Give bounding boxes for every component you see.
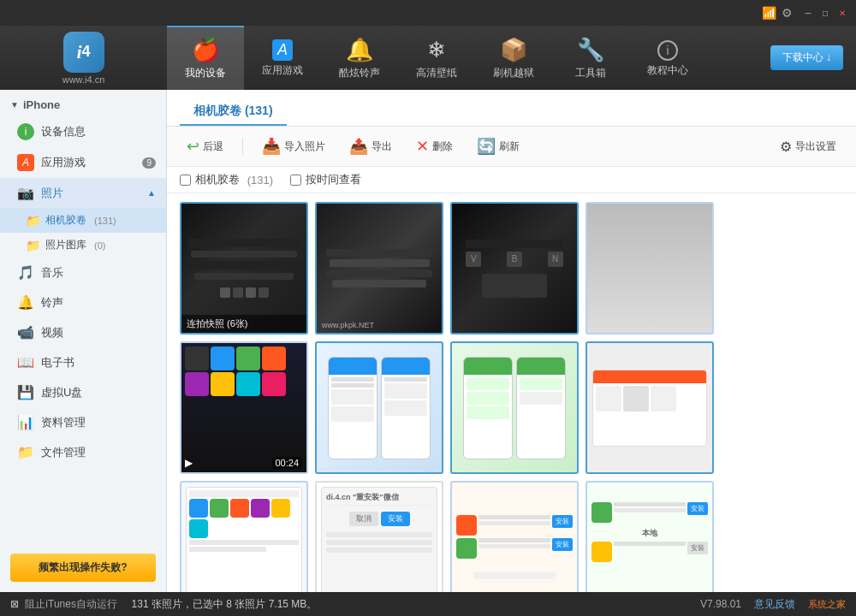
- nav-tab-jailbreak[interactable]: 📦 刷机越狱: [475, 26, 552, 90]
- toolbox-tab-label: 工具箱: [575, 66, 606, 80]
- photo-grid: 连拍快照 (6张) www.pkpk.NET V B: [167, 193, 856, 592]
- import-button[interactable]: 📥 导入照片: [255, 133, 332, 159]
- export-settings-button[interactable]: ⚙ 导出设置: [773, 135, 843, 158]
- camera-roll-label: 相机胶卷: [45, 213, 86, 228]
- sidebar-item-photos[interactable]: 📷 照片 ▲: [0, 178, 166, 208]
- jailbreak-tab-icon: 📦: [500, 37, 527, 63]
- gear-icon[interactable]: ⚙: [782, 6, 793, 20]
- sidebar-item-ringtones[interactable]: 🔔 铃声: [0, 287, 166, 317]
- file-mgr-sidebar-label: 文件管理: [41, 445, 86, 460]
- camera-roll-filter[interactable]: 相机胶卷 (131): [180, 172, 273, 187]
- nav-tab-toolbox[interactable]: 🔧 工具箱: [552, 26, 629, 90]
- freq-fail-button[interactable]: 频繁出现操作失败?: [10, 554, 156, 582]
- nav-tab-apps[interactable]: A 应用游戏: [244, 26, 321, 90]
- ebook-sidebar-icon: 📖: [17, 354, 34, 370]
- photo-thumbnail: [587, 343, 712, 472]
- nav-tab-tutorial[interactable]: i 教程中心: [629, 26, 706, 90]
- sidebar-item-data-mgr[interactable]: 📊 资料管理: [0, 407, 166, 437]
- wifi-icon: 📶: [762, 6, 776, 20]
- apps-tab-icon: A: [272, 39, 293, 61]
- download-button[interactable]: 下载中心 ↓: [770, 45, 843, 70]
- content-header: 相机胶卷 (131): [167, 90, 856, 127]
- sidebar-item-file-mgr[interactable]: 📁 文件管理: [0, 437, 166, 467]
- photo-item[interactable]: [586, 202, 714, 335]
- import-icon: 📥: [262, 137, 281, 156]
- export-button[interactable]: 📤 导出: [342, 133, 399, 159]
- refresh-icon: 🔄: [477, 137, 496, 156]
- delete-label: 删除: [432, 139, 453, 154]
- ringtones-sidebar-label: 铃声: [41, 295, 63, 311]
- wallpaper-tab-label: 高清壁纸: [416, 66, 457, 80]
- sidebar-item-udisk[interactable]: 💾 虚拟U盘: [0, 377, 166, 407]
- apps-badge: 9: [142, 157, 156, 169]
- photo-item[interactable]: 安装 安装: [450, 481, 579, 592]
- photo-item[interactable]: www.pkpk.NET: [315, 202, 443, 335]
- photo-thumbnail: [587, 204, 712, 333]
- itunes-label[interactable]: 阻止iTunes自动运行: [25, 598, 117, 610]
- photo-item[interactable]: [180, 481, 308, 592]
- burst-label: 连拍快照 (6张): [187, 317, 248, 330]
- sidebar-item-apps[interactable]: A 应用游戏 9: [0, 147, 166, 178]
- sidebar: ▼ iPhone i 设备信息 A 应用游戏 9 📷 照片 ▲ 📁 相机胶卷 (…: [0, 90, 167, 592]
- photo-item[interactable]: ▶ 00:24: [180, 341, 308, 474]
- nav-tab-device[interactable]: 🍎 我的设备: [167, 26, 244, 90]
- filter-bar: 相机胶卷 (131) 按时间查看: [167, 167, 856, 193]
- sidebar-sub-camera-roll[interactable]: 📁 相机胶卷 (131): [0, 208, 166, 233]
- camera-roll-filter-count: (131): [244, 174, 273, 187]
- sidebar-sub-photo-library[interactable]: 📁 照片图库 (0): [0, 233, 166, 258]
- camera-roll-tab[interactable]: 相机胶卷 (131): [180, 98, 287, 126]
- camera-roll-filter-label: 相机胶卷: [195, 172, 240, 187]
- back-label: 后退: [203, 139, 223, 154]
- logo-area: i4 www.i4.cn: [0, 32, 167, 85]
- nav-tab-wallpaper[interactable]: ❄ 高清壁纸: [398, 26, 475, 90]
- sidebar-item-music[interactable]: 🎵 音乐: [0, 258, 166, 287]
- minimize-button[interactable]: ─: [801, 6, 815, 20]
- feedback-button[interactable]: 意见反馈: [754, 597, 795, 612]
- logo-url: www.i4.cn: [62, 74, 105, 85]
- back-button[interactable]: ↩ 后退: [180, 133, 230, 159]
- photo-item[interactable]: 连拍快照 (6张): [180, 202, 308, 335]
- photo-item[interactable]: [586, 341, 714, 474]
- video-play-icon: ▶: [185, 456, 193, 469]
- udisk-sidebar-icon: 💾: [17, 384, 34, 400]
- ringtones-tab-label: 酷炫铃声: [339, 66, 380, 80]
- apps-tab-label: 应用游戏: [262, 63, 303, 78]
- export-icon: 📤: [349, 137, 368, 156]
- ebook-sidebar-label: 电子书: [41, 355, 74, 370]
- photo-item[interactable]: 安装 本地 安装: [586, 481, 714, 592]
- by-time-checkbox[interactable]: [290, 175, 301, 186]
- folder-icon: 📁: [26, 214, 40, 228]
- sidebar-item-video[interactable]: 📹 视频: [0, 317, 166, 347]
- watermark-label: 系统之家: [808, 598, 846, 611]
- export-settings-label: 导出设置: [795, 139, 836, 154]
- camera-roll-checkbox[interactable]: [180, 175, 191, 186]
- export-label: 导出: [372, 139, 392, 154]
- toolbox-tab-icon: 🔧: [577, 37, 604, 63]
- video-sidebar-icon: 📹: [17, 324, 34, 341]
- back-icon: ↩: [187, 137, 199, 156]
- photo-item[interactable]: [315, 341, 443, 474]
- tutorial-tab-icon: i: [657, 40, 678, 61]
- nav-tabs: 🍎 我的设备 A 应用游戏 🔔 酷炫铃声 ❄ 高清壁纸 📦 刷机越狱 🔧 工具箱…: [167, 26, 770, 90]
- close-button[interactable]: ✕: [835, 6, 849, 20]
- by-time-filter[interactable]: 按时间查看: [290, 172, 361, 187]
- info-icon: i: [17, 123, 34, 140]
- photo-item[interactable]: V B N: [450, 202, 579, 335]
- delete-button[interactable]: ✕ 删除: [409, 133, 460, 159]
- video-duration: 00:24: [272, 457, 301, 469]
- photo-thumbnail: V B N: [452, 204, 577, 333]
- refresh-button[interactable]: 🔄 刷新: [470, 133, 526, 159]
- nav-tab-ringtones[interactable]: 🔔 酷炫铃声: [321, 26, 398, 90]
- status-text: 131 张照片，已选中 8 张照片 7.15 MB。: [132, 598, 318, 610]
- maximize-button[interactable]: □: [818, 6, 832, 20]
- version-label: V7.98.01: [700, 598, 741, 610]
- sidebar-item-device-info[interactable]: i 设备信息: [0, 116, 166, 147]
- photo-thumbnail: [452, 343, 577, 472]
- photo-item[interactable]: [450, 341, 579, 474]
- music-sidebar-icon: 🎵: [17, 264, 34, 281]
- photo-item[interactable]: di.4.cn "重安装"微信 取消 安装: [315, 481, 443, 592]
- photo-burst-overlay: 连拍快照 (6张): [181, 315, 306, 333]
- device-tab-label: 我的设备: [185, 66, 226, 80]
- sidebar-item-ebook[interactable]: 📖 电子书: [0, 347, 166, 377]
- photo-watermark: www.pkpk.NET: [322, 321, 374, 329]
